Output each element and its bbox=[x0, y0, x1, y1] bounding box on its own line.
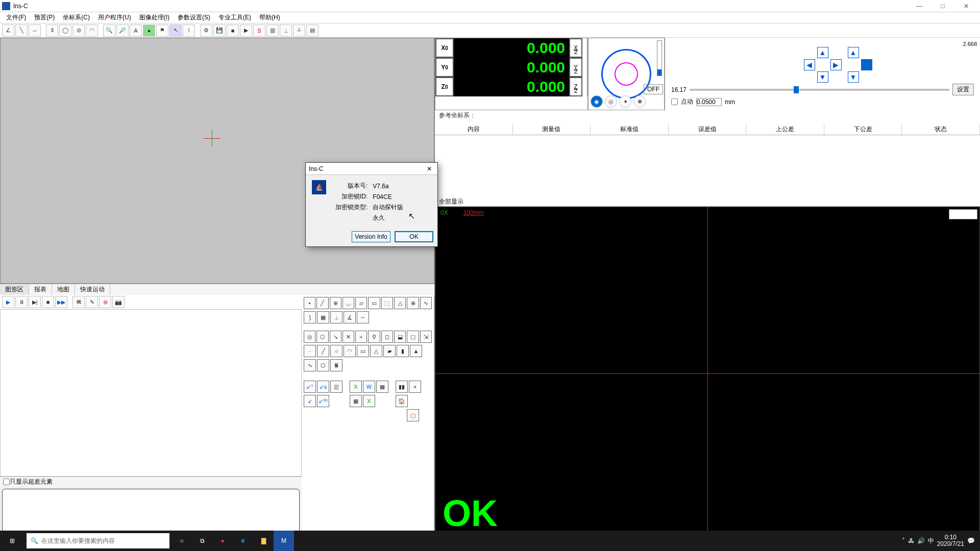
tool-align2-icon[interactable]: ┴ bbox=[293, 24, 305, 37]
tool-save-icon[interactable]: 💾 bbox=[213, 24, 226, 37]
menu-file[interactable]: 文件(F) bbox=[3, 12, 29, 23]
pause-button[interactable]: ⏸ bbox=[15, 296, 28, 308]
tray-net-icon[interactable]: 🖧 bbox=[908, 537, 914, 544]
tray-notif-icon[interactable]: 💬 bbox=[967, 537, 975, 544]
jog-value-input[interactable] bbox=[696, 98, 722, 106]
speed-slider[interactable] bbox=[690, 89, 949, 91]
dro-y-half-button[interactable]: Y2 bbox=[569, 58, 582, 77]
tool-pointer-icon[interactable]: ↖ bbox=[169, 24, 182, 37]
settings-button[interactable]: 设置 bbox=[952, 84, 974, 95]
red-tag-icon[interactable]: ▢ bbox=[407, 409, 419, 421]
tool-align1-icon[interactable]: ⟂ bbox=[280, 24, 292, 37]
scope-mode3-icon[interactable]: ✦ bbox=[619, 95, 631, 108]
tool-zoomin-icon[interactable]: 🔍 bbox=[103, 24, 115, 37]
minimize-button[interactable]: — bbox=[908, 0, 931, 12]
close-button[interactable]: ✕ bbox=[954, 0, 978, 12]
tool-bars-icon[interactable]: ▥ bbox=[266, 24, 279, 37]
exp-data-icon[interactable]: ▦ bbox=[350, 395, 362, 407]
step-button[interactable]: ▶| bbox=[29, 296, 41, 308]
jog-left[interactable]: ◀ bbox=[804, 59, 815, 70]
full-display-tab[interactable]: 全部显示 bbox=[435, 196, 980, 207]
m-cyl-icon[interactable]: ⬚ bbox=[381, 297, 393, 309]
tool-flag-icon[interactable]: ⚑ bbox=[156, 24, 168, 37]
m-line-icon[interactable]: ╱ bbox=[316, 297, 328, 309]
cs-reset-icon[interactable]: ↙ bbox=[304, 395, 316, 407]
m-cone-icon[interactable]: △ bbox=[394, 297, 406, 309]
dialog-ok-button[interactable]: OK bbox=[395, 231, 433, 242]
dialog-close-button[interactable]: ✕ bbox=[424, 165, 434, 172]
m-rect-icon[interactable]: ▭ bbox=[368, 297, 380, 309]
c-img-icon[interactable]: ◻ bbox=[381, 331, 393, 343]
d-tri-icon[interactable]: △ bbox=[370, 345, 382, 357]
task-insc-icon[interactable]: M bbox=[274, 531, 294, 551]
menu-tools[interactable]: 专业工具(E) bbox=[215, 12, 254, 23]
menu-params[interactable]: 参数设置(S) bbox=[175, 12, 213, 23]
tab-map[interactable]: 地图 bbox=[52, 284, 75, 295]
cs-bar-icon[interactable]: |¦| bbox=[330, 381, 342, 393]
tool-circle-icon[interactable]: ◯ bbox=[59, 24, 71, 37]
c-cross-icon[interactable]: ✕ bbox=[342, 331, 354, 343]
m-circle-icon[interactable]: ⊕ bbox=[330, 297, 341, 309]
c-down-icon[interactable]: ⬓ bbox=[394, 331, 406, 343]
task-rec-icon[interactable]: ● bbox=[212, 531, 233, 551]
dro-z-half-button[interactable]: Z2 bbox=[569, 77, 582, 96]
exp-word-icon[interactable]: W bbox=[363, 381, 375, 393]
menu-preset[interactable]: 预置(P) bbox=[31, 12, 58, 23]
tool-green-icon[interactable]: ● bbox=[143, 24, 155, 37]
dro-x-half-button[interactable]: X2 bbox=[569, 38, 582, 58]
scope-mode4-icon[interactable]: ❋ bbox=[633, 95, 646, 108]
m-perp-icon[interactable]: ⟂ bbox=[330, 311, 342, 323]
target-btn-icon[interactable]: ⌖ bbox=[409, 381, 421, 393]
tool-run-icon[interactable]: ▶ bbox=[240, 24, 252, 37]
m-angle-icon[interactable]: ∡ bbox=[344, 311, 356, 323]
tool-gear-icon[interactable]: ⚙ bbox=[200, 24, 212, 37]
m-curve-icon[interactable]: ⟆ bbox=[304, 311, 316, 323]
jog-down[interactable]: ▼ bbox=[817, 71, 828, 83]
tool-grid-icon[interactable]: ▤ bbox=[306, 24, 318, 37]
e-calc-icon[interactable]: 🖩 bbox=[330, 359, 342, 371]
menu-image[interactable]: 图像处理(I) bbox=[136, 12, 173, 23]
m-point-icon[interactable]: • bbox=[304, 297, 315, 309]
tool-arc-icon[interactable]: ◠ bbox=[86, 24, 98, 37]
version-info-button[interactable]: Version Info bbox=[352, 231, 390, 242]
taskbar-search[interactable]: 🔍 在这里输入你要搜索的内容 bbox=[27, 533, 169, 548]
tool-edit-icon[interactable]: ✎ bbox=[86, 296, 98, 308]
c-plus-icon[interactable]: ＋ bbox=[355, 331, 367, 343]
tool-s-icon[interactable]: S bbox=[253, 24, 265, 37]
tool-stop-icon[interactable]: ■ bbox=[227, 24, 239, 37]
exp-excel-icon[interactable]: X bbox=[350, 381, 362, 393]
task-edge-icon[interactable]: e bbox=[233, 531, 253, 551]
menu-csys[interactable]: 坐标系(C) bbox=[60, 12, 93, 23]
task-explorer-icon[interactable]: ▇ bbox=[253, 531, 274, 551]
c-box-icon[interactable]: ▢ bbox=[407, 331, 419, 343]
ff-button[interactable]: ▶▶ bbox=[55, 296, 67, 308]
c-pin-icon[interactable]: ⚲ bbox=[368, 331, 380, 343]
scope-vslider[interactable] bbox=[657, 40, 662, 76]
d-circ-icon[interactable]: ○ bbox=[330, 345, 342, 357]
tool-line-icon[interactable]: ╲ bbox=[15, 24, 28, 37]
menu-userprog[interactable]: 用户程序(U) bbox=[95, 12, 134, 23]
e-hex-icon[interactable]: ⬡ bbox=[317, 359, 329, 371]
cs-o-icon[interactable]: ↙° bbox=[304, 381, 316, 393]
tray-date[interactable]: 2020/7/21 bbox=[937, 541, 964, 547]
home-icon[interactable]: 🏠 bbox=[396, 395, 408, 407]
jog-stop[interactable] bbox=[861, 59, 872, 70]
tray-up-icon[interactable]: ˄ bbox=[902, 537, 905, 544]
tool-angle-icon[interactable]: ∠ bbox=[2, 24, 14, 37]
tab-fastmove[interactable]: 快速运动 bbox=[75, 284, 110, 295]
task-cortana-icon[interactable]: ○ bbox=[172, 531, 192, 551]
jog-zup[interactable]: ▲ bbox=[848, 47, 859, 58]
tool-zoomout-icon[interactable]: 🔎 bbox=[116, 24, 129, 37]
video-view[interactable]: 0X100mm OK T bbox=[435, 207, 980, 540]
menu-help[interactable]: 帮助(H) bbox=[256, 12, 283, 23]
c-hex-icon[interactable]: ⬡ bbox=[316, 331, 328, 343]
d-rect2-icon[interactable]: ▭ bbox=[357, 345, 369, 357]
tray-ime-icon[interactable]: 中 bbox=[928, 537, 934, 545]
maximize-button[interactable]: □ bbox=[931, 0, 954, 12]
cs-s-icon[interactable]: ↙s bbox=[317, 381, 329, 393]
d-cone2-icon[interactable]: ▲ bbox=[410, 345, 422, 357]
cs-3d-icon[interactable]: ↙³ᴰ bbox=[317, 395, 329, 407]
tool-nocircle-icon[interactable]: ⊘ bbox=[72, 24, 85, 37]
d-arc2-icon[interactable]: ◠ bbox=[344, 345, 356, 357]
tool-dim2-icon[interactable]: ⟟ bbox=[183, 24, 195, 37]
